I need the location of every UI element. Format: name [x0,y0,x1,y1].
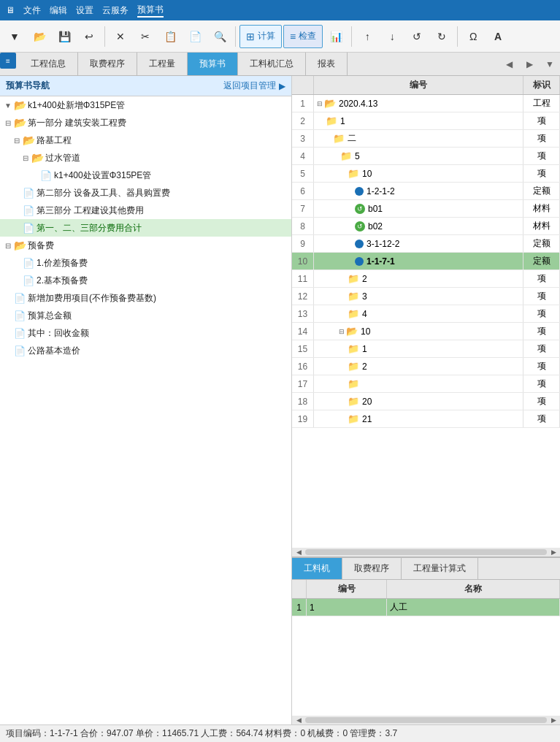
tree-toggle-icon[interactable]: ⊟ [12,135,22,145]
tree-item-6[interactable]: 📄第二部分 设备及工具、器具购置费 [0,184,291,202]
table-row[interactable]: 10 1-1-7-1定额 [292,253,560,270]
table-row[interactable]: 2 📁1项 [292,112,560,130]
upper-table-body[interactable]: 1⊟📂2020.4.13工程2 📁1项3 📁二项4 📁5项5 📁10项6 1-2… [292,95,560,548]
row-code-text: 10 [362,169,372,179]
table-row[interactable]: 8 ↺b02材料 [292,218,560,235]
lower-tab-fee[interactable]: 取费程序 [342,558,402,579]
lower-scroll-right-icon[interactable]: ▶ [548,716,559,724]
tree-container[interactable]: ▼📂k1+400处新增Φ315PE管⊟📂第一部分 建筑安装工程费⊟📂路基工程⊟📂… [0,96,291,724]
tab-dropdown-btn[interactable]: ▼ [540,53,560,75]
tree-item-1[interactable]: ▼📂k1+400处新增Φ315PE管 [0,96,291,114]
menu-budget[interactable]: 预算书 [137,4,164,18]
row-code-cell: 3-1-12-2 [314,235,523,252]
table-row[interactable]: 5 📁10项 [292,165,560,183]
tree-item-3[interactable]: ⊟📂路基工程 [0,131,291,149]
tree-item-13[interactable]: 📄预算总金额 [0,307,291,324]
tab-resources-summary[interactable]: 工料机汇总 [238,53,306,75]
tree-label: k1+400处设置Φ315PE管 [54,169,151,182]
scroll-right-icon[interactable]: ▶ [548,548,559,556]
lower-table-body[interactable]: 11人工 [292,599,560,716]
tree-item-9[interactable]: ⊟📂预备费 [0,237,291,254]
menu-settings[interactable]: 设置 [76,4,93,17]
menu-file[interactable]: 文件 [23,4,41,17]
lower-table-row[interactable]: 11人工 [292,599,560,616]
up-btn[interactable]: ↑ [356,25,379,48]
tab-fee-procedure[interactable]: 取费程序 [78,53,137,75]
table-row[interactable]: 11 📁2项 [292,270,560,288]
calc-btn[interactable]: ⊞计算 [239,25,282,48]
table-row[interactable]: 6 1-2-1-2定额 [292,183,560,200]
tab-budget[interactable]: 预算书 [188,53,238,75]
table-row[interactable]: 1⊟📂2020.4.13工程 [292,95,560,112]
horizontal-scroll[interactable]: ◀ ▶ [292,548,560,556]
tree-icon-doc: 📄 [22,274,35,287]
back-to-project-btn[interactable]: 返回项目管理 ▶ [223,80,285,92]
tree-toggle-icon [3,310,13,321]
lower-horizontal-scroll[interactable]: ◀ ▶ [292,716,560,724]
cut-btn[interactable]: ✂ [134,25,157,48]
tab-engineering-info[interactable]: 工程信息 [19,53,78,75]
tree-item-8[interactable]: 📄第一、二、三部分费用合计 [0,219,291,237]
font-btn[interactable]: A [486,25,510,48]
table-row[interactable]: 4 📁5项 [292,148,560,165]
lower-tab-resources[interactable]: 工料机 [292,558,342,579]
tree-item-4[interactable]: ⊟📂过水管道 [0,149,291,167]
find-btn[interactable]: 🔍 [208,25,231,48]
tree-label: 其中：回收金额 [28,327,89,340]
open-btn[interactable]: 📂 [28,25,51,48]
down-btn[interactable]: ↓ [380,25,404,48]
status-bar: 项目编码：1-1-7-1 合价：947.07 单价：11465.71 人工费：5… [0,724,560,742]
tree-toggle-icon[interactable]: ⊟ [3,240,13,250]
table-row[interactable]: 18 📁20项 [292,393,560,410]
menu-cloud[interactable]: 云服务 [102,4,129,17]
row-num-cell: 14 [292,323,314,340]
table-row[interactable]: 15 📁1项 [292,340,560,358]
tree-toggle-icon[interactable]: ⊟ [20,153,31,163]
tree-item-12[interactable]: 📄新增加费用项目(不作预备费基数) [0,289,291,307]
scroll-left-icon[interactable]: ◀ [294,548,304,556]
rotate-right-btn[interactable]: ↻ [430,25,453,48]
table-row[interactable]: 16 📁2项 [292,358,560,375]
rotate-left-btn[interactable]: ↺ [405,25,429,48]
table-row[interactable]: 9 3-1-12-2定额 [292,235,560,253]
delete-btn[interactable]: ✕ [109,25,132,48]
row-num-cell: 5 [292,165,314,182]
copy-btn[interactable]: 📋 [158,25,182,48]
tree-item-15[interactable]: 📄公路基本造价 [0,342,291,359]
chart-btn[interactable]: 📊 [324,25,348,48]
table-row[interactable]: 13 📁4项 [292,305,560,323]
tab-reports[interactable]: 报表 [306,53,348,75]
row-mark-cell: 项 [523,288,560,305]
table-row[interactable]: 12 📁3项 [292,288,560,305]
table-row[interactable]: 17 📁项 [292,375,560,393]
table-row[interactable]: 19 📁21项 [292,410,560,428]
tree-toggle-icon [29,170,39,180]
tree-toggle-icon[interactable]: ⊟ [3,118,13,128]
new-btn[interactable]: ▼ [3,25,26,48]
menu-edit[interactable]: 编辑 [50,4,67,17]
tree-item-10[interactable]: 📄1.价差预备费 [0,254,291,272]
tab-next-btn[interactable]: ▶ [519,53,540,75]
undo-btn[interactable]: ↩ [77,25,101,48]
row-num-cell: 11 [292,270,314,287]
tab-quantities[interactable]: 工程量 [137,53,188,75]
row-num-cell: 8 [292,218,314,234]
tab-prev-btn[interactable]: ◀ [499,53,519,75]
lower-scroll-left-icon[interactable]: ◀ [294,716,304,724]
table-row[interactable]: 7 ↺b01材料 [292,200,560,218]
paste-btn[interactable]: 📄 [183,25,207,48]
check-btn[interactable]: ≡检查 [283,25,323,48]
tree-icon-folder-open: 📂 [13,239,26,252]
tree-item-5[interactable]: 📄k1+400处设置Φ315PE管 [0,167,291,184]
row-code-text: 二 [348,132,356,145]
table-row[interactable]: 14⊟📂10项 [292,323,560,340]
tree-item-7[interactable]: 📄第三部分 工程建设其他费用 [0,202,291,219]
table-row[interactable]: 3 📁二项 [292,130,560,148]
lower-tab-calc[interactable]: 工程量计算式 [402,558,478,579]
tree-item-14[interactable]: 📄其中：回收金额 [0,324,291,342]
lower-tab-bar: 工料机 取费程序 工程量计算式 [292,558,560,580]
omega-btn[interactable]: Ω [461,25,485,48]
save-btn[interactable]: 💾 [53,25,76,48]
tree-item-11[interactable]: 📄2.基本预备费 [0,272,291,289]
tree-item-2[interactable]: ⊟📂第一部分 建筑安装工程费 [0,114,291,131]
